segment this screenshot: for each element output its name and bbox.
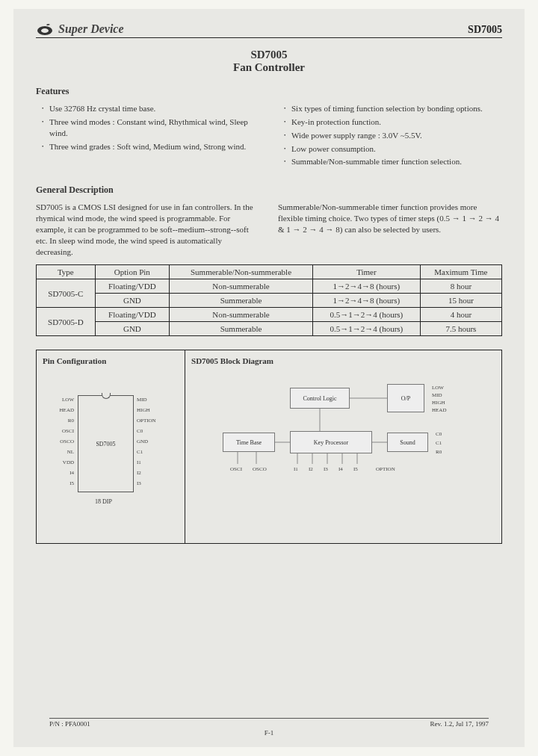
pin-left-1: LOW	[47, 397, 74, 403]
pin-right-4: C0	[137, 428, 168, 434]
feature-item: Six types of timing function selection b…	[284, 103, 502, 114]
td-timer: 0.5→1→2→4 (hours)	[313, 322, 421, 336]
page: Super Device SD7005 SD7005 Fan Controlle…	[13, 9, 525, 747]
pin-left-3: R0	[47, 418, 74, 424]
td-opt: Floating/VDD	[95, 279, 169, 294]
sig-i5: I5	[353, 466, 358, 472]
sig-c1: C1	[436, 440, 442, 446]
td-timer: 1→2→4→8 (hours)	[313, 294, 421, 308]
feature-item: Key-in protection function.	[284, 117, 502, 128]
general-heading: General Description	[36, 185, 502, 196]
td-type: SD7005-C	[37, 279, 96, 308]
features-left-list: Use 32768 Hz crystal time base. Three wi…	[36, 103, 260, 152]
td-sum: Summerable	[170, 294, 313, 308]
title-block: SD7005 Fan Controller	[36, 49, 502, 74]
general-right: Summerable/Non-summerable timer function…	[278, 202, 502, 257]
features-heading: Features	[36, 86, 502, 97]
td-max: 15 hour	[420, 294, 501, 308]
td-max: 8 hour	[420, 279, 501, 294]
td-sum: Summerable	[170, 322, 313, 336]
pin-right-1: MID	[137, 397, 168, 403]
blockdiag-title: SD7005 Block Diagram	[191, 356, 495, 365]
chip-outline: SD7005	[78, 395, 134, 492]
td-opt: GND	[95, 294, 169, 308]
td-opt: GND	[95, 322, 169, 336]
table-row: GND Summerable 1→2→4→8 (hours) 15 hour	[37, 294, 502, 308]
pin-left-2: HEAD	[47, 407, 74, 413]
feature-item: Wide power supply range : 3.0V ~5.5V.	[284, 130, 502, 141]
pin-left-9: I5	[47, 480, 74, 486]
th-timer: Timer	[313, 265, 421, 279]
pinconf-title: Pin Configuration	[43, 356, 179, 365]
feature-item: Three wind grades : Soft wind, Medium wi…	[42, 141, 260, 152]
pin-right-5: GND	[137, 439, 168, 444]
table-header-row: Type Option Pin Summerable/Non-summerabl…	[37, 265, 502, 279]
block-sound: Sound	[387, 433, 428, 452]
sig-c0: C0	[436, 431, 442, 437]
block-control-logic: Control Logic	[290, 388, 350, 409]
sig-out-low: LOW	[432, 385, 444, 391]
pin-right-6: C1	[137, 449, 168, 455]
pin-right-2: HIGH	[137, 407, 168, 413]
th-option: Option Pin	[95, 265, 169, 279]
header: Super Device SD7005	[36, 22, 502, 38]
pin-left-6: NL	[47, 449, 74, 455]
part-number: SD7005	[468, 24, 502, 36]
sig-out-head: HEAD	[432, 407, 446, 413]
td-max: 7.5 hours	[420, 322, 501, 336]
sig-out-mid: MID	[432, 392, 442, 398]
sig-i2: I2	[309, 466, 313, 472]
pin-right-8: I2	[137, 470, 168, 476]
feature-item: Use 32768 Hz crystal time base.	[42, 103, 260, 114]
features-right-list: Six types of timing function selection b…	[278, 103, 502, 167]
td-timer: 0.5→1→2→4 (hours)	[313, 308, 421, 322]
sig-i3: I3	[324, 466, 328, 472]
logo-icon	[36, 22, 54, 36]
pin-right-9: I3	[137, 480, 168, 486]
general-left: SD7005 is a CMOS LSI designed for use in…	[36, 202, 260, 257]
sig-osco: OSCO	[253, 466, 267, 472]
sig-r0: R0	[436, 449, 442, 455]
pin-left-5: OSCO	[47, 439, 74, 444]
features-columns: Use 32768 Hz crystal time base. Three wi…	[36, 103, 502, 170]
sig-osci: OSCI	[230, 466, 242, 472]
block-op: O/P	[387, 384, 424, 412]
pin-left-8: I4	[47, 470, 74, 476]
th-type: Type	[37, 265, 96, 279]
pin-configuration: Pin Configuration SD7005 18 DIP LOW HEAD…	[37, 350, 185, 543]
sig-option: OPTION	[376, 466, 395, 472]
brand: Super Device	[36, 22, 124, 36]
title-line2: Fan Controller	[36, 61, 502, 74]
td-opt: Floating/VDD	[95, 308, 169, 322]
th-sum: Summerable/Non-summerable	[170, 265, 313, 279]
pin-right-7: I1	[137, 459, 168, 465]
footer-pn: P/N : PFA0001	[49, 720, 90, 728]
pin-right-3: OPTION	[137, 418, 168, 424]
feature-item: Summable/Non-summable timer function sel…	[284, 156, 502, 167]
page-number: F-1	[13, 729, 525, 737]
table-row: SD7005-C Floating/VDD Non-summerable 1→2…	[37, 279, 502, 294]
block-keyproc: Key Processor	[290, 431, 372, 453]
sig-out-high: HIGH	[432, 400, 445, 406]
pin-left-4: OSCI	[47, 428, 74, 434]
td-timer: 1→2→4→8 (hours)	[313, 279, 421, 294]
block-diagram: SD7005 Block Diagram Control Logic O/P T…	[185, 350, 501, 543]
package-label: 18 DIP	[95, 498, 112, 505]
chip-notch-icon	[102, 393, 111, 399]
sig-i1: I1	[294, 466, 298, 472]
general-columns: SD7005 is a CMOS LSI designed for use in…	[36, 202, 502, 257]
footer-rev: Rev. 1.2, Jul 17, 1997	[430, 720, 489, 728]
table-row: GND Summerable 0.5→1→2→4 (hours) 7.5 hou…	[37, 322, 502, 336]
th-max: Maximum Time	[420, 265, 501, 279]
chip-label: SD7005	[96, 441, 115, 447]
brand-name: Super Device	[58, 22, 124, 36]
td-sum: Non-summerable	[170, 308, 313, 322]
svg-point-1	[41, 28, 49, 33]
feature-item: Low power consumption.	[284, 143, 502, 155]
table-row: SD7005-D Floating/VDD Non-summerable 0.5…	[37, 308, 502, 322]
spec-table: Type Option Pin Summerable/Non-summerabl…	[36, 264, 502, 336]
sig-i4: I4	[338, 466, 343, 472]
td-max: 4 hour	[420, 308, 501, 322]
block-timebase: Time Base	[223, 433, 275, 452]
diagram-box: Pin Configuration SD7005 18 DIP LOW HEAD…	[36, 350, 502, 544]
